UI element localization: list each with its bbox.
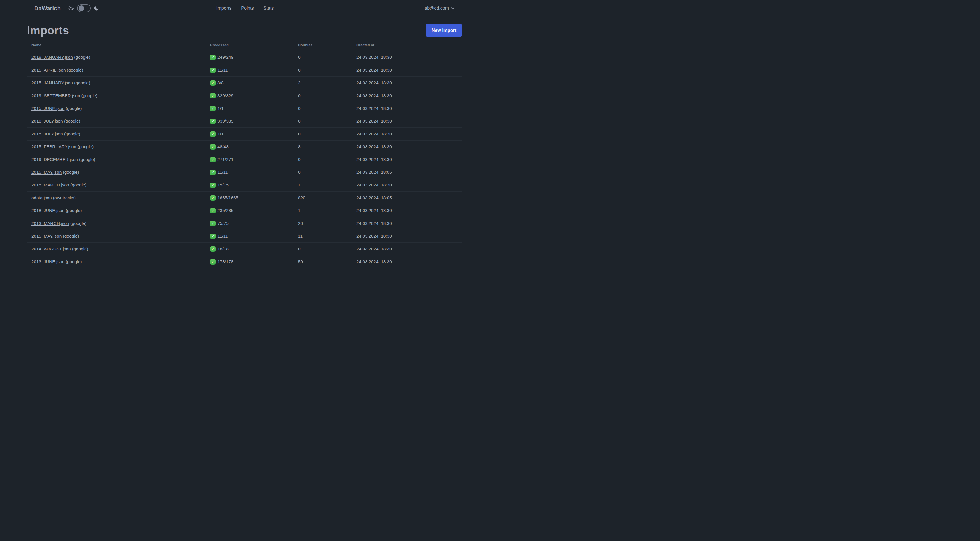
created-at-cell: 24.03.2024, 18:30	[352, 89, 462, 102]
doubles-cell: 2	[293, 77, 352, 89]
created-at-cell: 24.03.2024, 18:30	[352, 204, 462, 217]
nav-link-points[interactable]: Points	[241, 6, 253, 11]
name-cell: 2014_AUGUST.json (google)	[27, 243, 205, 255]
import-source-label: (google)	[72, 246, 88, 251]
success-check-icon: ✓	[210, 208, 215, 214]
created-at-cell: 24.03.2024, 18:30	[352, 230, 462, 243]
table-header-row: Name Processed Doubles Created at	[27, 40, 462, 51]
import-file-link[interactable]: 2015_FEBRUARY.json	[32, 144, 76, 149]
import-file-link[interactable]: 2015_MARCH.json	[32, 182, 69, 187]
processed-cell: ✓11/11	[205, 64, 293, 77]
doubles-cell: 0	[293, 153, 352, 166]
created-at-cell: 24.03.2024, 18:30	[352, 140, 462, 153]
processed-cell: ✓249/249	[205, 51, 293, 64]
import-file-link[interactable]: 2013_MARCH.json	[32, 221, 69, 226]
doubles-cell: 0	[293, 102, 352, 115]
processed-count: 18/18	[218, 246, 229, 252]
import-file-link[interactable]: 2015_JANUARY.json	[32, 80, 73, 85]
import-file-link[interactable]: 2015_MAY.json	[32, 170, 62, 175]
processed-cell: ✓11/11	[205, 230, 293, 243]
success-check-icon: ✓	[210, 157, 215, 162]
processed-cell: ✓48/48	[205, 140, 293, 153]
processed-cell: ✓1/1	[205, 128, 293, 140]
name-cell: 2015_JULY.json (google)	[27, 128, 205, 140]
created-at-cell: 24.03.2024, 18:30	[352, 243, 462, 255]
import-file-link[interactable]: 2015_APRIL.json	[32, 67, 66, 72]
column-header-processed: Processed	[205, 40, 293, 51]
created-at-cell: 24.03.2024, 18:30	[352, 217, 462, 230]
table-row: 2018_JUNE.json (google)✓235/235124.03.20…	[27, 204, 462, 217]
doubles-cell: 11	[293, 230, 352, 243]
doubles-cell: 0	[293, 243, 352, 255]
import-file-link[interactable]: 2018_JULY.json	[32, 119, 63, 123]
table-row: 2015_JANUARY.json (google)✓8/8224.03.202…	[27, 77, 462, 89]
name-cell: 2018_JUNE.json (google)	[27, 204, 205, 217]
import-source-label: (google)	[64, 131, 80, 136]
import-file-link[interactable]: 2018_JANUARY.json	[32, 55, 73, 60]
processed-count: 329/329	[218, 93, 233, 98]
created-at-cell: 24.03.2024, 18:30	[352, 51, 462, 64]
created-at-cell: 24.03.2024, 18:30	[352, 102, 462, 115]
import-source-label: (google)	[66, 208, 82, 213]
success-check-icon: ✓	[210, 170, 215, 175]
import-file-link[interactable]: 2015_JULY.json	[32, 131, 63, 136]
table-row: 2015_MAY.json (google)✓11/111124.03.2024…	[27, 230, 462, 243]
theme-toggle[interactable]	[77, 4, 91, 12]
success-check-icon: ✓	[210, 93, 215, 99]
import-file-link[interactable]: 2013_JUNE.json	[32, 259, 64, 264]
processed-cell: ✓339/339	[205, 115, 293, 128]
processed-cell: ✓1/1	[205, 102, 293, 115]
import-file-link[interactable]: 2019_SEPTEMBER.json	[32, 93, 80, 98]
nav-link-imports[interactable]: Imports	[216, 6, 231, 11]
import-file-link[interactable]: 2015_JUNE.json	[32, 106, 64, 111]
import-source-label: (google)	[67, 67, 83, 72]
name-cell: 2015_MAY.json (google)	[27, 230, 205, 243]
name-cell	[27, 268, 205, 271]
processed-count: 11/11	[218, 170, 228, 175]
processed-cell: ✓329/329	[205, 89, 293, 102]
processed-count: 1/1	[218, 106, 224, 111]
sun-icon	[68, 5, 74, 11]
import-file-link[interactable]: 2015_MAY.json	[32, 234, 62, 238]
success-check-icon: ✓	[210, 55, 215, 60]
processed-cell: ✓271/271	[205, 153, 293, 166]
processed-count: 11/11	[218, 234, 228, 239]
import-source-label: (google)	[79, 157, 95, 162]
processed-cell: ✓15/15	[205, 179, 293, 192]
table-row: 2015_JULY.json (google)✓1/1024.03.2024, …	[27, 128, 462, 140]
import-file-link[interactable]: 2018_JUNE.json	[32, 208, 64, 213]
user-menu[interactable]: ab@cd.com	[425, 6, 455, 11]
processed-cell: ✓11/11	[205, 166, 293, 179]
table-row: 2019_SEPTEMBER.json (google)✓329/329024.…	[27, 89, 462, 102]
import-file-link[interactable]: odata.json	[32, 195, 52, 200]
processed-count: 235/235	[218, 208, 233, 213]
import-source-label: (google)	[70, 182, 86, 187]
theme-toggle-group	[68, 4, 99, 12]
import-source-label: (google)	[66, 106, 82, 111]
table-row-partial: ✓	[27, 268, 462, 271]
processed-cell: ✓178/178	[205, 255, 293, 268]
created-at-cell: 24.03.2024, 18:05	[352, 192, 462, 204]
import-file-link[interactable]: 2019_DECEMBER.json	[32, 157, 78, 162]
new-import-button[interactable]: New import	[426, 24, 462, 37]
name-cell: 2015_MAY.json (google)	[27, 166, 205, 179]
created-at-cell: 24.03.2024, 18:30	[352, 128, 462, 140]
name-cell: 2013_JUNE.json (google)	[27, 255, 205, 268]
doubles-cell: 0	[293, 115, 352, 128]
import-source-label: (google)	[63, 170, 79, 175]
success-check-icon: ✓	[210, 195, 215, 201]
created-at-cell: 24.03.2024, 18:30	[352, 64, 462, 77]
app-logo[interactable]: DaWarIch	[34, 5, 61, 12]
processed-count: 15/15	[218, 182, 229, 188]
name-cell: 2015_APRIL.json (google)	[27, 64, 205, 77]
table-row: 2019_DECEMBER.json (google)✓271/271024.0…	[27, 153, 462, 166]
import-file-link[interactable]: 2014_AUGUST.json	[32, 246, 71, 251]
nav-link-stats[interactable]: Stats	[263, 6, 274, 11]
import-source-label: (google)	[70, 221, 86, 226]
import-source-label: (google)	[77, 144, 94, 149]
processed-cell: ✓1665/1665	[205, 192, 293, 204]
processed-count: 1665/1665	[218, 195, 238, 200]
moon-icon	[94, 5, 99, 11]
navbar-left: DaWarIch	[34, 4, 99, 12]
processed-count: 249/249	[218, 55, 233, 60]
